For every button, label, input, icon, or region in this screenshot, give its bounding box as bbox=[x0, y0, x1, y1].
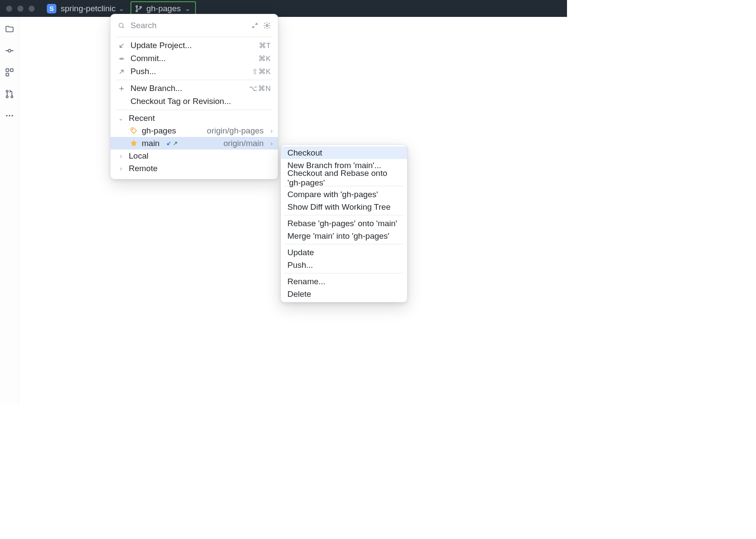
star-icon bbox=[130, 140, 137, 147]
ctx-update[interactable]: Update bbox=[281, 246, 407, 259]
search-icon bbox=[117, 22, 125, 29]
svg-point-12 bbox=[11, 115, 13, 117]
chevron-down-icon[interactable]: ⌄ bbox=[117, 5, 125, 12]
section-label: Recent bbox=[129, 114, 155, 123]
ctx-compare-with[interactable]: Compare with 'gh-pages' bbox=[281, 188, 407, 201]
svg-point-0 bbox=[136, 5, 137, 7]
section-label: Remote bbox=[129, 164, 158, 173]
ctx-checkout[interactable]: Checkout bbox=[281, 146, 407, 159]
svg-point-1 bbox=[136, 10, 137, 12]
svg-point-2 bbox=[140, 6, 141, 8]
search-row bbox=[111, 17, 278, 35]
separator bbox=[284, 244, 404, 244]
separator bbox=[116, 110, 273, 110]
traffic-zoom-icon[interactable] bbox=[29, 6, 35, 12]
chevron-down-icon: ⌄ bbox=[117, 115, 124, 122]
svg-point-7 bbox=[6, 90, 8, 92]
menu-item-label: Checkout Tag or Revision... bbox=[130, 97, 271, 106]
tag-icon bbox=[130, 127, 137, 134]
separator bbox=[116, 37, 273, 37]
shortcut: ⌘K bbox=[258, 54, 271, 63]
chevron-right-icon: › bbox=[117, 165, 124, 172]
ctx-rename[interactable]: Rename... bbox=[281, 275, 407, 288]
chevron-right-icon: › bbox=[270, 127, 273, 134]
branch-item-main[interactable]: main ↙↗ origin/main › bbox=[111, 137, 278, 149]
incoming-outgoing-icon: ↙↗ bbox=[166, 140, 178, 146]
branch-icon bbox=[135, 5, 143, 13]
svg-rect-5 bbox=[10, 69, 13, 71]
tree-section-local[interactable]: › Local bbox=[111, 149, 278, 162]
shortcut: ⌥⌘N bbox=[249, 84, 271, 93]
menu-item-label: Commit... bbox=[130, 54, 253, 63]
gear-icon[interactable] bbox=[263, 22, 271, 29]
arrow-down-left-icon bbox=[117, 42, 125, 49]
tree-section-recent[interactable]: ⌄ Recent bbox=[111, 112, 278, 124]
chevron-down-icon: ⌄ bbox=[184, 5, 192, 12]
commit-icon bbox=[117, 55, 125, 62]
svg-point-16 bbox=[132, 129, 133, 130]
traffic-close-icon[interactable] bbox=[6, 6, 12, 12]
svg-rect-4 bbox=[6, 69, 8, 71]
branch-context-menu: Checkout New Branch from 'main'... Check… bbox=[280, 144, 407, 302]
separator bbox=[284, 215, 404, 215]
branch-name: gh-pages bbox=[147, 4, 181, 13]
arrow-up-right-icon bbox=[117, 68, 125, 75]
ctx-merge-into[interactable]: Merge 'main' into 'gh-pages' bbox=[281, 230, 407, 242]
structure-tool-icon[interactable] bbox=[4, 67, 15, 78]
branch-item-gh-pages[interactable]: gh-pages origin/gh-pages › bbox=[111, 124, 278, 137]
more-tool-icon[interactable] bbox=[4, 110, 15, 121]
chevron-right-icon: › bbox=[117, 153, 124, 159]
svg-point-14 bbox=[266, 25, 268, 27]
pull-requests-tool-icon[interactable] bbox=[4, 89, 15, 99]
separator bbox=[116, 80, 273, 80]
svg-point-9 bbox=[11, 96, 13, 97]
ctx-push[interactable]: Push... bbox=[281, 259, 407, 271]
svg-point-8 bbox=[6, 96, 8, 97]
fetch-icon[interactable] bbox=[251, 22, 259, 29]
branch-name: gh-pages bbox=[142, 126, 176, 136]
menu-checkout-tag[interactable]: Checkout Tag or Revision... bbox=[111, 95, 278, 108]
branch-name: main bbox=[142, 139, 160, 148]
remote-tracking: origin/gh-pages bbox=[207, 126, 264, 136]
menu-item-label: Update Project... bbox=[130, 41, 254, 50]
chevron-right-icon: › bbox=[270, 140, 273, 147]
svg-point-15 bbox=[121, 58, 122, 59]
tree-section-remote[interactable]: › Remote bbox=[111, 162, 278, 175]
branches-popup: Update Project... ⌘T Commit... ⌘K Push..… bbox=[110, 14, 278, 179]
svg-point-11 bbox=[9, 115, 10, 117]
svg-point-10 bbox=[6, 115, 7, 117]
shortcut: ⌘T bbox=[259, 41, 271, 50]
menu-item-label: Push... bbox=[130, 67, 247, 76]
tool-window-bar bbox=[0, 17, 19, 404]
ctx-rebase-onto[interactable]: Rebase 'gh-pages' onto 'main' bbox=[281, 217, 407, 230]
svg-point-3 bbox=[8, 49, 10, 52]
ctx-show-diff[interactable]: Show Diff with Working Tree bbox=[281, 201, 407, 213]
commit-tool-icon[interactable] bbox=[4, 45, 15, 56]
plus-icon bbox=[117, 85, 125, 92]
menu-push[interactable]: Push... ⇧⌘K bbox=[111, 65, 278, 78]
ctx-delete[interactable]: Delete bbox=[281, 288, 407, 300]
menu-item-label: New Branch... bbox=[130, 84, 244, 93]
menu-new-branch[interactable]: New Branch... ⌥⌘N bbox=[111, 82, 278, 95]
shortcut: ⇧⌘K bbox=[252, 67, 271, 76]
ctx-checkout-rebase[interactable]: Checkout and Rebase onto 'gh-pages' bbox=[281, 172, 407, 184]
project-name[interactable]: spring-petclinic bbox=[61, 4, 116, 13]
menu-commit[interactable]: Commit... ⌘K bbox=[111, 52, 278, 65]
project-icon: S bbox=[47, 4, 56, 13]
window-controls bbox=[6, 6, 35, 12]
svg-rect-6 bbox=[6, 73, 8, 76]
titlebar: S spring-petclinic ⌄ gh-pages ⌄ bbox=[0, 0, 567, 17]
section-label: Local bbox=[129, 151, 148, 161]
svg-point-13 bbox=[119, 23, 123, 27]
remote-tracking: origin/main bbox=[223, 139, 264, 148]
traffic-minimize-icon[interactable] bbox=[17, 6, 23, 12]
search-input[interactable] bbox=[130, 20, 247, 31]
project-tool-icon[interactable] bbox=[4, 24, 15, 34]
separator bbox=[284, 273, 404, 273]
menu-update-project[interactable]: Update Project... ⌘T bbox=[111, 39, 278, 52]
